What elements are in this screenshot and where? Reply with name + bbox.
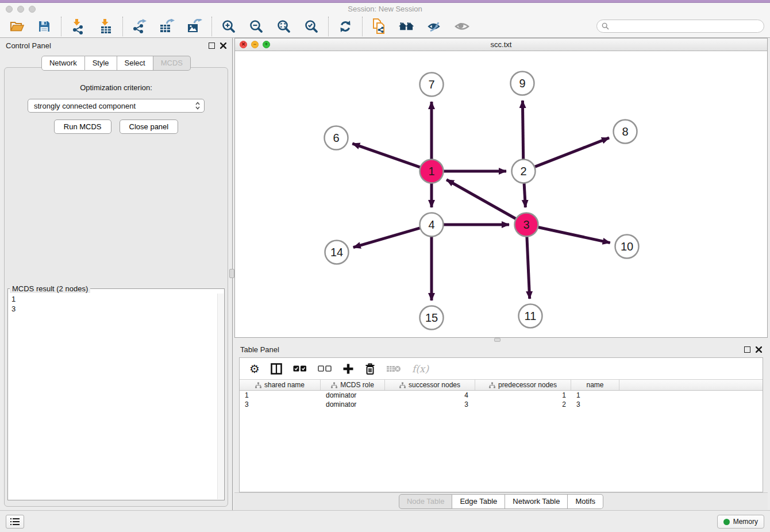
- zoom-fit-icon[interactable]: [276, 18, 292, 35]
- search-box[interactable]: [596, 20, 764, 33]
- tab-style[interactable]: Style: [85, 56, 117, 71]
- node-10[interactable]: 10: [615, 235, 639, 259]
- export-table-icon[interactable]: [159, 18, 175, 35]
- split-view-icon[interactable]: [271, 363, 282, 375]
- column-header-mcds-role[interactable]: MCDS role: [321, 380, 385, 390]
- close-table-panel-icon[interactable]: [756, 346, 762, 353]
- delete-table-icon: [386, 364, 401, 373]
- app-window: Session: New Session: [0, 0, 770, 532]
- edge-4-14[interactable]: [353, 228, 420, 248]
- edge-3-11[interactable]: [527, 237, 530, 299]
- memory-button[interactable]: Memory: [717, 515, 764, 529]
- svg-text:4: 4: [428, 218, 434, 231]
- node-4[interactable]: 4: [420, 213, 444, 237]
- cell-successor-nodes[interactable]: 4: [385, 391, 475, 399]
- select-all-columns-icon[interactable]: [293, 365, 307, 372]
- cell-mcds-role[interactable]: dominator: [321, 400, 385, 408]
- table-body: 1dominator4113dominator323: [240, 391, 763, 409]
- hide-selected-icon[interactable]: [426, 18, 442, 35]
- node-6[interactable]: 6: [325, 126, 348, 150]
- node-15[interactable]: 15: [420, 306, 444, 330]
- zoom-selected-icon[interactable]: [303, 18, 319, 35]
- memory-label: Memory: [733, 518, 758, 526]
- cell-shared-name[interactable]: 1: [240, 391, 321, 399]
- optimization-criterion-select[interactable]: strongly connected component: [28, 99, 205, 113]
- node-2[interactable]: 2: [512, 160, 536, 183]
- close-panel-button[interactable]: Close panel: [120, 119, 179, 134]
- task-history-button[interactable]: [6, 515, 24, 529]
- node-8[interactable]: 8: [614, 120, 637, 144]
- table-divider-handle[interactable]: [494, 338, 500, 342]
- edge-3-1[interactable]: [446, 180, 516, 219]
- result-scrollbar[interactable]: [217, 294, 224, 499]
- table-tab-edge-table[interactable]: Edge Table: [452, 494, 505, 509]
- edge-2-9[interactable]: [522, 101, 523, 159]
- network-maximize-button[interactable]: +: [263, 41, 270, 48]
- node-11[interactable]: 11: [519, 304, 542, 328]
- save-session-icon[interactable]: [36, 18, 52, 35]
- cell-predecessor-nodes[interactable]: 1: [475, 391, 571, 399]
- import-network-icon[interactable]: [70, 18, 86, 35]
- edge-2-8[interactable]: [535, 138, 609, 167]
- zoom-in-icon[interactable]: [221, 18, 237, 35]
- edge-1-6[interactable]: [352, 144, 420, 167]
- table-tab-motifs[interactable]: Motifs: [568, 494, 603, 509]
- export-image-icon[interactable]: [187, 18, 203, 35]
- zoom-out-icon[interactable]: [248, 18, 264, 35]
- cell-predecessor-nodes[interactable]: 2: [475, 400, 571, 408]
- cell-name[interactable]: 3: [571, 400, 619, 408]
- column-header-successor-nodes[interactable]: successor nodes: [385, 380, 475, 390]
- search-input[interactable]: [612, 22, 759, 30]
- first-neighbors-icon[interactable]: [399, 18, 415, 35]
- panel-divider-handle[interactable]: [229, 269, 234, 278]
- export-network-icon[interactable]: [132, 18, 148, 35]
- node-1[interactable]: 1: [420, 160, 444, 183]
- show-all-icon[interactable]: [454, 18, 470, 35]
- control-panel: Control Panel NetworkStyleSelectMCDS Opt…: [0, 38, 232, 510]
- cell-mcds-role[interactable]: dominator: [321, 391, 385, 399]
- node-7[interactable]: 7: [420, 73, 444, 97]
- table-row[interactable]: 3dominator323: [240, 400, 763, 409]
- network-window-title: scc.txt: [235, 40, 767, 49]
- network-window-titlebar[interactable]: ✕ − + scc.txt: [235, 38, 767, 51]
- column-type-icon: [331, 382, 337, 388]
- edge-3-10[interactable]: [538, 228, 610, 243]
- deselect-all-columns-icon[interactable]: [318, 365, 332, 372]
- node-9[interactable]: 9: [511, 72, 534, 95]
- table-tab-network-table[interactable]: Network Table: [505, 494, 568, 509]
- tab-network[interactable]: Network: [41, 56, 85, 71]
- mcds-result-text[interactable]: 1 3: [8, 293, 224, 315]
- network-close-button[interactable]: ✕: [240, 41, 247, 48]
- node-3[interactable]: 3: [515, 213, 538, 237]
- svg-text:10: 10: [621, 240, 633, 253]
- column-settings-icon[interactable]: ⚙: [249, 363, 260, 375]
- cell-name[interactable]: 1: [571, 391, 619, 399]
- column-header-name[interactable]: name: [571, 380, 619, 390]
- float-table-panel-icon[interactable]: [744, 346, 750, 353]
- table-tabs: Node TableEdge TableNetwork TableMotifs: [234, 492, 768, 510]
- table-row[interactable]: 1dominator411: [240, 391, 763, 400]
- column-header-shared-name[interactable]: shared name: [240, 380, 321, 390]
- open-session-icon[interactable]: [9, 18, 25, 35]
- title-bar: Session: New Session: [0, 3, 770, 15]
- column-header-predecessor-nodes[interactable]: predecessor nodes: [475, 380, 571, 390]
- cell-successor-nodes[interactable]: 3: [385, 400, 475, 408]
- float-panel-icon[interactable]: [209, 43, 215, 49]
- close-panel-icon[interactable]: [220, 43, 226, 49]
- import-table-icon[interactable]: [98, 18, 114, 35]
- delete-column-icon[interactable]: [365, 363, 375, 375]
- run-mcds-button[interactable]: Run MCDS: [54, 119, 111, 134]
- network-minimize-button[interactable]: −: [251, 41, 259, 48]
- svg-text:7: 7: [428, 78, 434, 91]
- tab-select[interactable]: Select: [117, 56, 153, 71]
- node-14[interactable]: 14: [325, 241, 349, 264]
- tab-mcds[interactable]: MCDS: [153, 56, 191, 71]
- table-tab-node-table[interactable]: Node Table: [399, 494, 453, 509]
- network-canvas[interactable]: 7968124314101511: [235, 51, 767, 337]
- edge-2-3[interactable]: [524, 183, 525, 207]
- network-graph: 7968124314101511: [235, 51, 767, 337]
- cell-shared-name[interactable]: 3: [240, 400, 321, 408]
- apply-layout-icon[interactable]: [337, 18, 353, 35]
- add-column-icon[interactable]: [342, 363, 354, 375]
- duplicate-network-icon[interactable]: [371, 18, 387, 35]
